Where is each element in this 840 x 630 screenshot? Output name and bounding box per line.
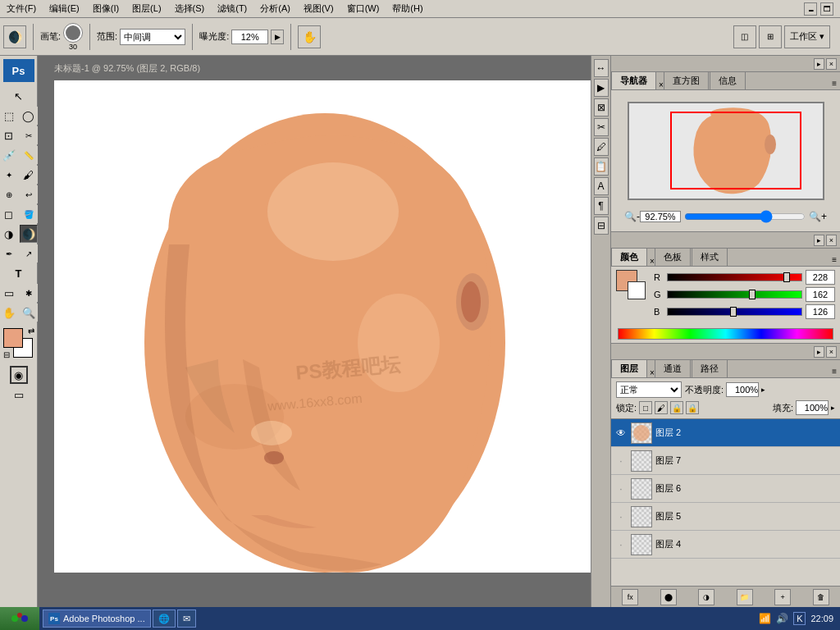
blur-tool[interactable]: ◑ [0,225,18,243]
lock-transparent[interactable]: □ [639,401,652,414]
slice-tool[interactable]: ✂ [20,126,38,144]
fill-input[interactable] [796,400,829,415]
tab-swatches[interactable]: 色板 [655,248,691,266]
eyedropper-tool[interactable]: 💉 [0,146,18,164]
layer-visibility-toggle[interactable]: · [614,510,628,523]
pen-tool[interactable]: ✒ [0,244,18,262]
canvas-document[interactable]: PS教程吧坛 www.16xx8.com [54,80,591,573]
zoom-out-icon[interactable]: 🔍- [624,211,640,222]
menu-image[interactable]: 图像(I) [86,1,126,16]
tab-styles[interactable]: 样式 [692,248,728,266]
color-panel-menu[interactable]: ≡ [829,253,840,266]
layers-panel-arrow[interactable]: ▸ [814,346,824,358]
layers-panel-menu[interactable]: ≡ [829,365,840,377]
layer-visibility-toggle[interactable]: 👁 [614,427,628,440]
dodge-tool-icon[interactable]: 🌒 [3,25,26,48]
lasso-tool[interactable]: ⬚ [0,107,18,125]
airbrush-toggle[interactable]: ✋ [298,25,321,48]
layer-visibility-toggle[interactable]: · [614,538,628,551]
layer-item[interactable]: · 图层 7 [611,447,840,475]
fill-arrow[interactable]: ▸ [831,404,835,412]
nav-panel-arrow[interactable]: ▸ [814,58,824,70]
canvas-area[interactable]: 未标题-1 @ 92.75% (图层 2, RGB/8) ⊕ [38,56,591,607]
g-track[interactable] [667,290,802,299]
zoom-in-icon[interactable]: 🔍+ [809,211,827,222]
path-select[interactable]: ↗ [20,244,38,262]
dodge-tool-left[interactable]: 🌒 [20,225,38,243]
taskbar-browser-item[interactable]: 🌐 [153,609,176,628]
menu-filter[interactable]: 滤镜(T) [211,1,253,16]
adjustment-layer-button[interactable]: ◑ [698,589,714,605]
lock-image[interactable]: 🖌 [655,401,668,414]
panel-tool-2[interactable]: ▶ [594,79,609,97]
color-spectrum-bar[interactable] [618,328,833,340]
brush-preview[interactable] [63,23,83,43]
b-track[interactable] [667,308,802,316]
b-value[interactable] [806,304,835,319]
hand-tool[interactable]: ✋ [0,304,18,322]
zoom-slider[interactable] [684,210,806,223]
start-button[interactable] [0,607,39,630]
panel-tool-3[interactable]: ⊠ [594,98,609,116]
range-select[interactable]: 中间调 [120,29,185,45]
color-panel-arrow[interactable]: ▸ [814,235,824,246]
maximize-icon[interactable]: 🗖 [820,2,833,16]
panel-tool-5[interactable]: 🖊 [594,138,609,156]
move-tool[interactable]: ↖ [10,87,28,105]
panel-tool-4[interactable]: ✂ [594,118,609,136]
crop-tool[interactable]: ⊡ [0,126,18,144]
g-thumb[interactable] [749,290,756,299]
workspace-label[interactable]: 工作区 ▾ [784,25,830,48]
exposure-input[interactable] [231,30,268,44]
layer-fx-button[interactable]: fx [622,589,638,605]
menu-analysis[interactable]: 分析(A) [253,1,297,16]
exposure-increment[interactable]: ▶ [271,30,284,44]
quick-mask-toggle[interactable]: ◉ [10,366,28,384]
opacity-arrow[interactable]: ▸ [761,386,765,394]
panel-tool-9[interactable]: ⊟ [594,217,609,235]
r-thumb[interactable] [783,272,790,282]
add-mask-button[interactable]: ⬤ [660,589,677,605]
b-thumb[interactable] [730,307,737,317]
heal-tool[interactable]: ✦ [0,166,18,184]
menu-window[interactable]: 窗口(W) [340,1,386,16]
history-brush[interactable]: ↩ [20,185,38,203]
menu-view[interactable]: 视图(V) [297,1,340,16]
measure-tool[interactable]: 📏 [20,146,38,164]
tab-color[interactable]: 颜色 [611,248,647,266]
default-colors-icon[interactable]: ⊟ [3,350,10,359]
nav-panel-menu[interactable]: ≡ [829,77,840,89]
layer-visibility-toggle[interactable]: · [614,482,628,495]
tab-info[interactable]: 信息 [710,71,746,89]
taskbar-ps-item[interactable]: Ps Adobe Photoshop ... [43,609,151,628]
fill-tool[interactable]: 🪣 [20,205,38,223]
foreground-color-swatch[interactable] [3,328,23,348]
new-group-button[interactable]: 📁 [737,589,753,605]
tab-paths[interactable]: 路径 [692,359,728,377]
layer-item[interactable]: · 图层 5 [611,503,840,531]
blend-mode-select[interactable]: 正常 [616,381,682,398]
lock-all[interactable]: 🔒 [686,401,699,414]
taskbar-mail-item[interactable]: ✉ [177,609,196,628]
minimize-icon[interactable]: 🗕 [804,2,817,16]
menu-edit[interactable]: 编辑(E) [43,1,86,16]
tab-channels[interactable]: 通道 [655,359,691,377]
tab-layers[interactable]: 图层 [611,359,647,377]
stamp-tool[interactable]: ⊕ [0,185,18,203]
lock-position[interactable]: 🔒 [670,401,683,414]
shape-tool[interactable]: ▭ [0,284,18,302]
panel-tool-6[interactable]: 📋 [594,158,609,176]
nav-panel-close[interactable]: × [826,58,837,70]
custom-shape[interactable]: ✱ [20,284,38,302]
zoom-tool[interactable]: 🔍 [20,304,38,322]
delete-layer-button[interactable]: 🗑 [813,589,829,605]
menu-file[interactable]: 文件(F) [0,1,43,16]
menu-select[interactable]: 选择(S) [168,1,212,16]
magic-wand[interactable]: ◯ [20,107,38,125]
brush-tool[interactable]: 🖌 [20,166,38,184]
menu-help[interactable]: 帮助(H) [386,1,429,16]
panel-tool-8[interactable]: ¶ [594,197,609,215]
opacity-input[interactable] [726,382,759,397]
layer-item[interactable]: · 图层 4 [611,531,840,559]
layers-panel-close[interactable]: × [826,346,837,358]
